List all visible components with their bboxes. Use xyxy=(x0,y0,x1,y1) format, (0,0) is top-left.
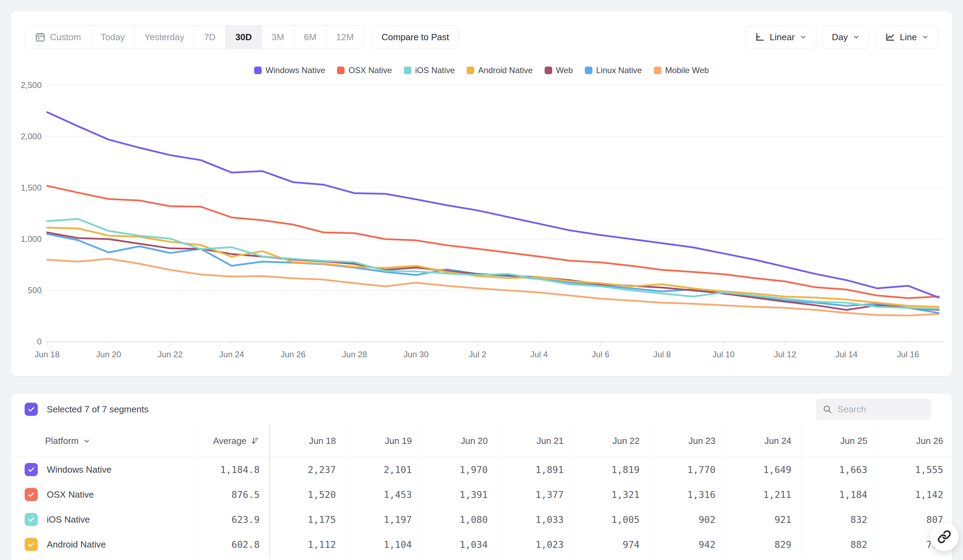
x-axis-label: Jul 14 xyxy=(835,350,858,359)
y-axis-label: 1,500 xyxy=(21,183,42,192)
row-checkbox[interactable] xyxy=(24,538,38,551)
x-axis-label: Jun 18 xyxy=(35,350,60,359)
cell-value: 1,080 xyxy=(422,507,498,532)
segments-summary: Selected 7 of 7 segments xyxy=(47,404,148,415)
legend-item-web[interactable]: Web xyxy=(545,65,573,75)
check-icon xyxy=(27,490,36,498)
range-label: Today xyxy=(101,32,125,43)
table-row-osx-native: OSX Native876.51,5201,4531,3911,3771,321… xyxy=(11,482,953,507)
y-axis-label: 500 xyxy=(28,286,42,295)
cell-value: 882 xyxy=(801,532,877,557)
select-all-checkbox[interactable] xyxy=(24,403,38,416)
cell-value: 1,005 xyxy=(574,507,650,532)
share-link-button[interactable] xyxy=(930,522,959,551)
interval-dropdown[interactable]: Day xyxy=(823,25,869,49)
platform-name: Windows Native xyxy=(47,465,111,475)
cell-value: 1,184 xyxy=(801,482,877,507)
y-axis-label: 2,000 xyxy=(21,132,42,141)
cell-value: 902 xyxy=(650,507,726,532)
column-header-jun-20[interactable]: Jun 20 xyxy=(422,425,498,457)
legend-label: iOS Native xyxy=(415,65,455,75)
x-axis-label: Jun 28 xyxy=(342,350,367,359)
legend-item-mobile-web[interactable]: Mobile Web xyxy=(654,65,709,75)
range-6m-button[interactable]: 6M xyxy=(294,26,326,49)
series-line xyxy=(47,112,939,298)
column-header-jun-18[interactable]: Jun 18 xyxy=(270,425,346,457)
cell-value: 1,197 xyxy=(346,507,422,532)
column-header-jun-26[interactable]: Jun 26 xyxy=(877,425,953,457)
line-chart-icon xyxy=(885,32,895,42)
average-value: 876.5 xyxy=(195,482,270,507)
column-header-platform[interactable]: Platform xyxy=(11,425,195,457)
range-7d-button[interactable]: 7D xyxy=(194,26,225,49)
chart-toolbar: CustomTodayYesterday7D30D3M6M12M Compare… xyxy=(24,25,939,49)
range-30d-button[interactable]: 30D xyxy=(225,26,262,49)
legend-label: Mobile Web xyxy=(665,65,709,75)
range-custom-button[interactable]: Custom xyxy=(25,26,91,49)
check-icon xyxy=(27,540,36,549)
usage-line-chart[interactable]: 05001,0001,5002,0002,500Jun 18Jun 20Jun … xyxy=(11,80,953,371)
x-axis-label: Jun 24 xyxy=(219,350,244,359)
legend-item-linux-native[interactable]: Linux Native xyxy=(585,65,642,75)
cell-value: 829 xyxy=(726,532,801,557)
table-header-row: PlatformAverageJun 18Jun 19Jun 20Jun 21J… xyxy=(11,425,953,457)
range-12m-button[interactable]: 12M xyxy=(326,26,364,49)
cell-value: 1,104 xyxy=(346,532,422,557)
row-checkbox[interactable] xyxy=(24,463,38,476)
cell-value: 1,023 xyxy=(498,532,574,557)
range-label: 7D xyxy=(204,32,216,43)
search-icon xyxy=(822,404,833,414)
cell-value: 1,112 xyxy=(270,532,346,557)
y-axis-label: 0 xyxy=(37,337,42,346)
x-axis-label: Jun 22 xyxy=(158,350,183,359)
segment-search[interactable] xyxy=(816,398,931,420)
chart-type-dropdown[interactable]: Line xyxy=(875,25,939,49)
average-value: 623.9 xyxy=(195,507,270,532)
range-3m-button[interactable]: 3M xyxy=(262,26,294,49)
cell-value: 1,891 xyxy=(498,457,574,482)
range-label: 12M xyxy=(336,32,354,43)
legend-swatch xyxy=(545,66,552,74)
range-label: Yesterday xyxy=(144,32,185,43)
column-header-jun-19[interactable]: Jun 19 xyxy=(346,425,422,457)
cell-value: 1,034 xyxy=(422,532,498,557)
analytics-dashboard: CustomTodayYesterday7D30D3M6M12M Compare… xyxy=(0,0,963,560)
legend-item-osx-native[interactable]: OSX Native xyxy=(337,65,392,75)
column-header-jun-24[interactable]: Jun 24 xyxy=(726,425,801,457)
x-axis-label: Jul 10 xyxy=(712,350,734,359)
platform-cell: iOS Native xyxy=(11,507,195,532)
platform-cell: Windows Native xyxy=(11,457,195,482)
range-yesterday-button[interactable]: Yesterday xyxy=(135,26,194,49)
cell-value: 1,555 xyxy=(877,457,953,482)
cell-value: 1,770 xyxy=(650,457,726,482)
chart-legend: Windows NativeOSX NativeiOS NativeAndroi… xyxy=(11,65,952,75)
cell-value: 1,316 xyxy=(650,482,726,507)
range-label: Custom xyxy=(50,32,81,43)
search-input[interactable] xyxy=(838,404,925,415)
chevron-down-icon xyxy=(83,437,91,445)
legend-item-ios-native[interactable]: iOS Native xyxy=(404,65,455,75)
column-header-jun-22[interactable]: Jun 22 xyxy=(574,425,650,457)
compare-to-past-button[interactable]: Compare to Past xyxy=(372,25,458,49)
legend-swatch xyxy=(585,66,592,74)
column-header-average[interactable]: Average xyxy=(195,425,270,457)
cell-value: 2,101 xyxy=(346,457,422,482)
column-header-jun-21[interactable]: Jun 21 xyxy=(498,425,574,457)
legend-item-android-native[interactable]: Android Native xyxy=(467,65,532,75)
scale-dropdown[interactable]: Linear xyxy=(745,25,816,49)
range-today-button[interactable]: Today xyxy=(91,26,135,49)
legend-item-windows-native[interactable]: Windows Native xyxy=(254,65,325,75)
cell-value: 1,819 xyxy=(574,457,650,482)
column-header-jun-23[interactable]: Jun 23 xyxy=(650,425,726,457)
average-value: 602.8 xyxy=(195,532,270,557)
table-row-windows-native: Windows Native1,184.82,2372,1011,9701,89… xyxy=(11,457,953,482)
cell-value: 1,649 xyxy=(726,457,801,482)
column-header-jun-25[interactable]: Jun 25 xyxy=(801,425,877,457)
series-line xyxy=(47,259,939,316)
cell-value: 832 xyxy=(801,507,877,532)
cell-value: 1,970 xyxy=(422,457,498,482)
row-checkbox[interactable] xyxy=(24,513,38,526)
row-checkbox[interactable] xyxy=(24,488,38,501)
link-icon xyxy=(937,530,951,544)
chevron-down-icon xyxy=(853,33,860,41)
